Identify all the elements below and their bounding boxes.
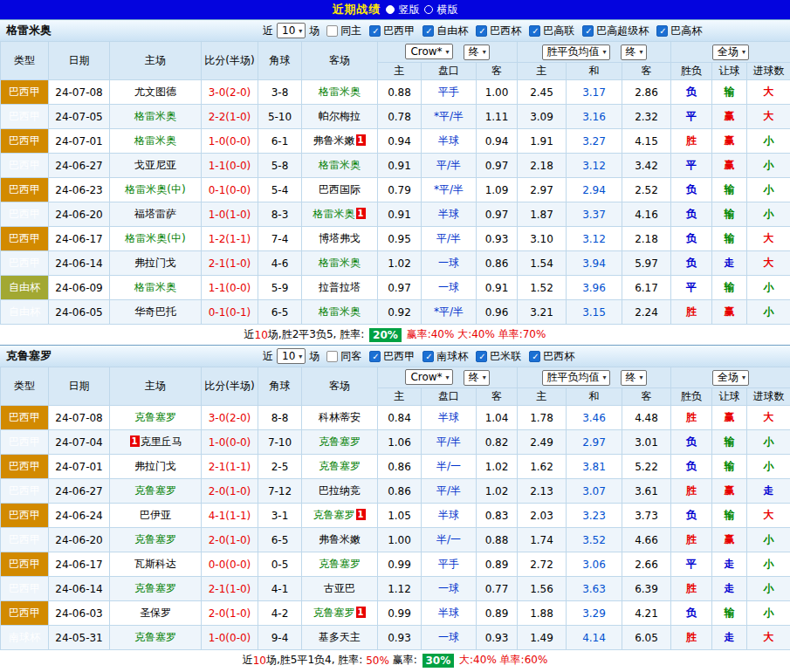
league-cell: 巴西甲 [1,227,49,251]
team-section: 克鲁塞罗近10▾场同客巴西甲南球杯巴米联巴西杯类型日期主场比分(半场)角球客场C… [0,345,790,670]
league-filter-checkbox[interactable] [369,25,381,37]
away-team-cell: 克鲁塞罗1 [302,504,378,528]
odds-source-select[interactable]: Crow*▾ [405,369,452,385]
corner-cell: 8-8 [258,406,302,430]
league-filter-checkbox[interactable] [422,351,434,362]
date-cell: 24-06-23 [49,178,110,202]
league-filter-label[interactable]: 巴高超级杯 [596,24,649,38]
layout-vertical-radio[interactable] [386,5,395,14]
team-label: 巴西国际 [319,183,361,195]
dropdown-arrow-icon: ▾ [483,48,486,56]
avg-draw-cell: 2.97 [567,430,622,455]
team-label: 帕尔梅拉 [319,110,361,122]
league-filter-label[interactable]: 巴高联 [543,24,574,38]
league-filter-checkbox[interactable] [476,25,487,37]
avg-draw-cell: 3.37 [567,202,622,227]
league-cell: 巴西甲 [1,202,49,227]
odds-home-cell: 1.12 [378,577,422,601]
avg-away-cell: 2.66 [622,552,671,577]
league-filter-checkbox[interactable] [529,25,540,37]
scope-select[interactable]: 全场▾ [712,370,749,386]
same-venue-checkbox[interactable] [326,25,338,37]
league-filter-label[interactable]: 巴米联 [490,349,521,364]
league-filter-label[interactable]: 巴西甲 [383,24,415,38]
league-filter-label[interactable]: 巴西甲 [383,349,415,364]
league-filter-label[interactable]: 南球杯 [436,349,468,364]
subcol-header: 和 [567,63,622,80]
odds-source-select[interactable]: Crow*▾ [405,44,452,59]
league-filter-label[interactable]: 巴西杯 [490,24,521,38]
home-team-cell: 巴伊亚 [110,504,202,528]
match-row: 巴西甲24-06-20克鲁塞罗2-0(1-0)6-5弗鲁米嫩1.00半/一0.8… [1,528,790,552]
goals-result-cell: 大 [747,105,790,129]
team-label: 格雷米奥 [134,134,176,147]
avg-source-select[interactable]: 胜平负均值▾ [542,45,610,60]
league-cell: 巴西甲 [1,154,49,178]
summary-line: 近10场,胜2平3负5, 胜率: 20% 赢率:40% 大:40% 单率:70% [0,325,790,345]
home-team-cell: 克鲁塞罗 [110,479,202,504]
handicap-cell: 半球 [422,601,477,626]
avg-away-cell: 4.66 [622,528,671,552]
result-cell: 平 [671,552,712,577]
away-team-cell: 格雷米奥 [302,251,378,276]
match-row: 自由杯24-06-09格雷米奥1-1(0-0)5-9拉普拉塔0.97一球0.91… [1,276,790,300]
team-label: 克鲁塞罗 [319,460,361,472]
date-cell: 24-06-17 [49,552,110,577]
goals-result-cell: 小 [747,276,790,300]
league-cell: 巴西甲 [1,430,49,455]
league-filter-checkbox[interactable] [529,351,540,362]
layout-horizontal-radio[interactable] [424,5,433,14]
league-filter-label[interactable]: 巴西杯 [543,349,574,364]
league-filter-checkbox[interactable] [582,25,594,37]
odds-stage-select[interactable]: 终▾ [464,370,490,386]
avg-away-cell: 6.05 [622,626,671,650]
date-cell: 24-06-27 [49,479,110,504]
team-label: 格雷米奥 [134,281,176,293]
home-team-cell: 华奇巴托 [110,300,202,325]
scope-select[interactable]: 全场▾ [712,45,749,60]
team-label: 格雷米奥(中) [125,183,185,195]
team-label: 克鲁塞罗 [134,533,176,545]
result-cell: 胜 [671,406,712,430]
odds-stage-select[interactable]: 终▾ [464,45,490,60]
same-venue-checkbox[interactable] [326,351,338,362]
avg-away-cell: 2.52 [622,178,671,202]
avg-away-cell: 4.15 [622,129,671,154]
match-row: 巴西甲24-07-05格雷米奥2-2(1-0)5-10帕尔梅拉0.78*平/半1… [1,105,790,129]
home-team-cell: 弗拉门戈 [110,455,202,479]
away-team-cell: 科林蒂安 [302,406,378,430]
match-row: 巴西甲24-06-14克鲁塞罗2-1(1-0)4-1古亚巴1.12一球0.771… [1,577,790,601]
league-cell: 巴西甲 [1,251,49,276]
odds-away-cell: 0.93 [477,227,518,251]
subcol-header: 客 [622,63,671,80]
handicap-result-cell: 输 [712,276,747,300]
league-filter-label[interactable]: 自由杯 [436,24,468,38]
odds-home-cell: 0.79 [378,178,422,202]
layout-horizontal-label[interactable]: 横版 [437,3,458,17]
odds-away-cell: 0.86 [477,251,518,276]
goals-result-cell: 小 [747,552,790,577]
team-label: 基多天主 [319,631,361,643]
avg-source-select[interactable]: 胜平负均值▾ [542,370,610,386]
league-filter-checkbox[interactable] [369,351,381,362]
league-filter-checkbox[interactable] [422,25,434,37]
layout-vertical-label[interactable]: 竖版 [399,3,420,17]
same-venue-label[interactable]: 同客 [340,349,361,364]
avg-stage-select[interactable]: 终▾ [621,370,647,386]
date-cell: 24-07-05 [49,105,110,129]
score-cell: 2-0(1-0) [202,601,258,626]
recent-count-select[interactable]: 10▾ [277,23,306,38]
league-filter-checkbox[interactable] [476,351,487,362]
recent-count-select[interactable]: 10▾ [277,348,306,364]
odds-away-cell: 1.04 [477,406,518,430]
same-venue-label[interactable]: 同主 [340,24,361,38]
filters-bar: 近10▾场同主巴西甲自由杯巴西杯巴高联巴高超级杯巴高杯 [262,23,704,38]
handicap-cell: 平/半 [422,227,477,251]
league-filter-label[interactable]: 巴高杯 [670,24,702,38]
match-row: 巴西甲24-07-01弗拉门戈2-1(1-1)2-5克鲁塞罗0.86半/一1.0… [1,455,790,479]
date-cell: 24-07-04 [49,430,110,455]
dropdown-arrow-icon: ▾ [640,48,643,56]
league-filter-checkbox[interactable] [656,25,668,37]
avg-stage-select[interactable]: 终▾ [621,45,647,60]
odds-away-cell: 0.77 [477,577,518,601]
